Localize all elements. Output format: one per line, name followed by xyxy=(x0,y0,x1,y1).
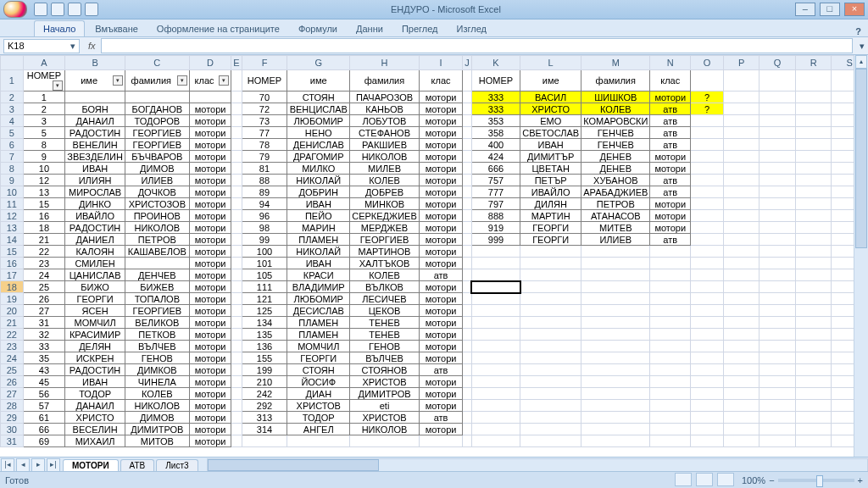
cell[interactable]: РАДОСТИН xyxy=(65,364,125,376)
cell[interactable]: ВЛАДИМИР xyxy=(287,281,350,293)
cell[interactable]: ЗВЕЗДЕЛИН xyxy=(65,151,125,163)
cell[interactable]: 70 xyxy=(242,92,287,103)
cell[interactable]: 13 xyxy=(23,186,65,198)
cell[interactable] xyxy=(723,341,759,352)
cell[interactable]: ВЕЛИКОВ xyxy=(125,317,189,329)
cell[interactable] xyxy=(650,317,691,329)
cell[interactable] xyxy=(650,388,691,400)
zoom-out-icon[interactable]: − xyxy=(769,475,774,485)
cell[interactable]: ПЛАМЕН xyxy=(287,329,350,341)
cell[interactable] xyxy=(795,127,832,139)
zoom-level[interactable]: 100% xyxy=(742,475,765,485)
cell[interactable] xyxy=(350,435,420,447)
cell[interactable] xyxy=(760,281,796,293)
cell[interactable] xyxy=(723,163,759,175)
row-header[interactable]: 10 xyxy=(1,186,24,198)
cell[interactable]: 66 xyxy=(23,424,65,435)
cell[interactable]: ПРОИНОВ xyxy=(125,210,189,222)
cell[interactable] xyxy=(795,139,832,151)
cell[interactable] xyxy=(463,246,472,258)
cell[interactable]: 888 xyxy=(471,210,520,222)
row-header[interactable]: 3 xyxy=(1,103,24,115)
cell[interactable]: мотори xyxy=(419,151,463,163)
cell[interactable] xyxy=(760,163,796,175)
cell[interactable]: КРАСИМИР xyxy=(65,329,125,341)
cell[interactable]: атв xyxy=(650,175,691,186)
cell[interactable] xyxy=(650,424,691,435)
sheet-nav-prev-icon[interactable]: ◂ xyxy=(16,458,30,472)
cell[interactable] xyxy=(795,376,832,388)
cell[interactable] xyxy=(463,435,472,447)
cell[interactable] xyxy=(795,400,832,412)
cell[interactable] xyxy=(650,281,691,293)
cell[interactable]: ИВАН xyxy=(65,163,125,175)
cell[interactable]: ЦАНИСЛАВ xyxy=(65,269,125,281)
formula-input[interactable] xyxy=(101,38,853,53)
cell[interactable] xyxy=(231,222,242,234)
cell[interactable] xyxy=(691,127,724,139)
cell[interactable] xyxy=(760,388,796,400)
cell[interactable]: ДИАН xyxy=(287,388,350,400)
cell[interactable]: 999 xyxy=(471,234,520,246)
cell[interactable] xyxy=(795,186,832,198)
cell[interactable] xyxy=(581,317,650,329)
cell[interactable] xyxy=(520,281,581,293)
cell[interactable]: мотори xyxy=(189,364,231,376)
cell[interactable] xyxy=(691,70,724,92)
cell[interactable]: 56 xyxy=(23,388,65,400)
cell[interactable]: мотори xyxy=(189,424,231,435)
cell[interactable]: мотори xyxy=(419,127,463,139)
cell[interactable]: ИВАН xyxy=(520,139,581,151)
cell[interactable] xyxy=(463,317,472,329)
cell[interactable] xyxy=(231,412,242,424)
cell[interactable] xyxy=(760,400,796,412)
cell[interactable] xyxy=(723,258,759,269)
cell[interactable] xyxy=(65,92,125,103)
cell[interactable] xyxy=(760,175,796,186)
cell[interactable] xyxy=(581,412,650,424)
cell[interactable]: 101 xyxy=(242,258,287,269)
cell[interactable] xyxy=(231,70,242,92)
cell[interactable] xyxy=(419,435,463,447)
cell[interactable]: 21 xyxy=(23,234,65,246)
cell[interactable] xyxy=(650,293,691,305)
cell[interactable] xyxy=(231,281,242,293)
cell[interactable] xyxy=(760,258,796,269)
cell[interactable]: фамилия xyxy=(581,70,650,92)
cell[interactable]: мотори xyxy=(419,222,463,234)
col-header[interactable]: O xyxy=(691,56,724,70)
cell[interactable]: мотори xyxy=(419,210,463,222)
cell[interactable] xyxy=(581,364,650,376)
cell[interactable] xyxy=(581,341,650,352)
cell[interactable]: 35 xyxy=(23,352,65,364)
cell[interactable] xyxy=(760,293,796,305)
cell[interactable]: ? xyxy=(691,92,724,103)
cell[interactable] xyxy=(463,412,472,424)
cell[interactable] xyxy=(520,329,581,341)
row-header[interactable]: 18 xyxy=(1,281,24,293)
cell[interactable]: мотори xyxy=(419,305,463,317)
cell[interactable]: ИЛИЕВ xyxy=(581,234,650,246)
cell[interactable]: ДЕНЧЕВ xyxy=(125,269,189,281)
cell[interactable] xyxy=(795,269,832,281)
cell[interactable] xyxy=(242,435,287,447)
cell[interactable] xyxy=(691,198,724,210)
cell[interactable]: мотори xyxy=(419,424,463,435)
cell[interactable] xyxy=(691,186,724,198)
cell[interactable] xyxy=(463,175,472,186)
cell[interactable]: ДИНКО xyxy=(65,198,125,210)
cell[interactable]: ГЕНОВ xyxy=(125,352,189,364)
cell[interactable] xyxy=(723,376,759,388)
cell[interactable]: НИКОЛОВ xyxy=(350,151,420,163)
cell[interactable]: мотори xyxy=(189,435,231,447)
cell[interactable] xyxy=(231,293,242,305)
cell[interactable] xyxy=(231,103,242,115)
col-header[interactable]: L xyxy=(520,56,581,70)
cell[interactable]: 210 xyxy=(242,376,287,388)
cell[interactable]: ГЕОРГИЕВ xyxy=(350,234,420,246)
cell[interactable] xyxy=(231,92,242,103)
row-header[interactable]: 15 xyxy=(1,246,24,258)
cell[interactable]: мотори xyxy=(419,186,463,198)
cell[interactable]: ПАЧАРОЗОВ xyxy=(350,92,420,103)
cell[interactable] xyxy=(520,376,581,388)
